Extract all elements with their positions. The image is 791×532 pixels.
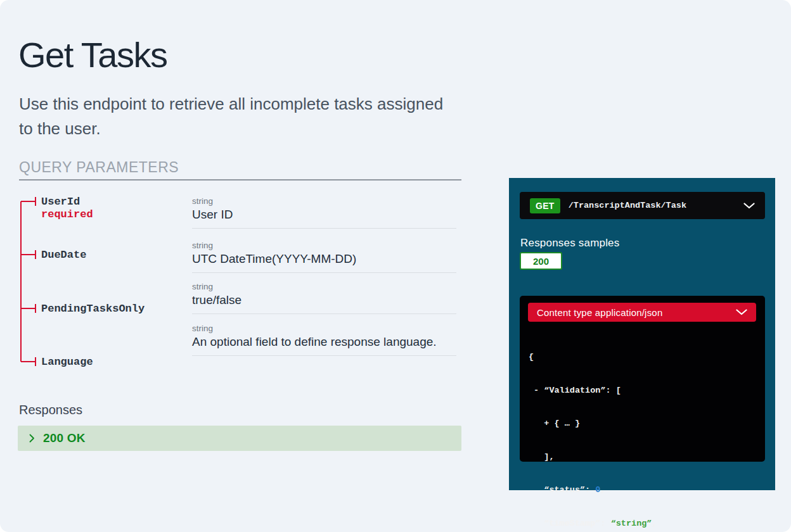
param-type: string — [192, 281, 456, 292]
code-line[interactable]: + { … } — [529, 418, 657, 429]
http-method-badge: GET — [530, 198, 560, 213]
param-description: An optional field to define response lan… — [192, 334, 456, 350]
content-type-label: Content type application/json — [537, 307, 730, 318]
chevron-down-icon — [736, 309, 747, 315]
sample-status-200-button[interactable]: 200 — [520, 252, 562, 270]
code-line: “timeStamp”: “string”, — [529, 518, 657, 529]
param-name-pendingtasksonly: PendingTasksOnly — [41, 303, 145, 315]
endpoint-dropdown[interactable]: GET /TranscriptAndTask/Task — [520, 192, 765, 219]
sample-status-label: 200 — [533, 256, 549, 267]
api-docs-page: Get Tasks Use this endpoint to retrieve … — [0, 0, 791, 532]
param-name-userid: UserId — [41, 196, 80, 208]
param-description: User ID — [192, 206, 456, 223]
response-200-label: 200 OK — [43, 431, 86, 445]
content-type-dropdown[interactable]: Content type application/json — [528, 303, 756, 322]
chevron-right-icon — [29, 434, 35, 443]
responses-samples-heading: Responses samples — [520, 237, 619, 250]
param-detail-language: string An optional field to define respo… — [192, 323, 456, 356]
endpoint-description: Use this endpoint to retrieve all incomp… — [19, 92, 444, 141]
code-line: { — [529, 352, 657, 363]
param-type: string — [192, 240, 456, 251]
param-detail-pendingtasksonly: string true/false — [192, 281, 456, 314]
param-description: UTC DateTime(YYYY-MM-DD) — [192, 251, 456, 267]
query-parameters-heading: QUERY PARAMETERS — [19, 159, 179, 176]
param-detail-userid: string User ID — [192, 196, 456, 229]
param-required-badge: required — [41, 208, 93, 220]
code-line: ], — [529, 452, 657, 463]
response-code-card: Content type application/json { - “Valid… — [520, 296, 765, 462]
endpoint-path: /TranscriptAndTask/Task — [569, 201, 735, 210]
responses-heading: Responses — [19, 403, 82, 417]
response-200-row[interactable]: 200 OK — [18, 426, 461, 451]
param-description: true/false — [192, 292, 456, 308]
response-sample-panel: GET /TranscriptAndTask/Task Responses sa… — [509, 178, 775, 490]
json-response-sample: { - “Validation”: [ + { … } ], “status”:… — [529, 329, 657, 532]
code-line: “status”: 0, — [529, 484, 657, 496]
code-line[interactable]: - “Validation”: [ — [529, 385, 657, 396]
param-type: string — [192, 196, 456, 206]
param-type: string — [192, 323, 456, 334]
param-detail-duedate: string UTC DateTime(YYYY-MM-DD) — [192, 240, 456, 273]
page-title: Get Tasks — [18, 34, 167, 75]
param-name-duedate: DueDate — [41, 249, 86, 261]
parameter-tree-connector-icon — [19, 196, 41, 371]
query-parameters-divider — [19, 179, 461, 180]
chevron-down-icon — [743, 203, 755, 209]
param-name-language: Language — [41, 356, 93, 368]
